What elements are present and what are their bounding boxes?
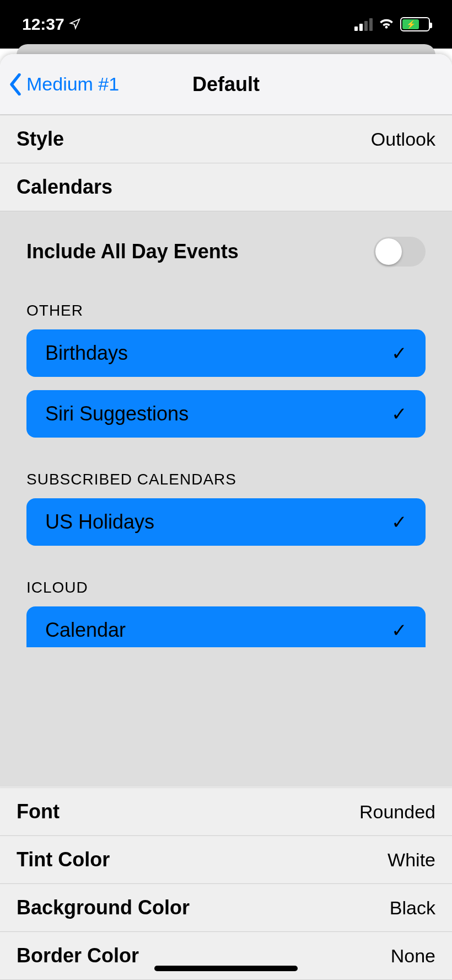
- settings-sheet: Medium #1 Default Style Outlook Calendar…: [0, 54, 452, 980]
- section-header-other: OTHER: [0, 282, 452, 329]
- wifi-icon: [378, 15, 395, 34]
- back-label: Medium #1: [26, 73, 119, 95]
- border-value: None: [391, 945, 435, 967]
- calendar-item-birthdays[interactable]: Birthdays ✓: [26, 329, 426, 377]
- font-label: Font: [17, 800, 60, 823]
- border-label: Border Color: [17, 944, 139, 967]
- status-time: 12:37: [22, 15, 64, 34]
- status-left: 12:37: [22, 15, 81, 34]
- cellular-icon: [354, 18, 373, 31]
- home-indicator[interactable]: [154, 966, 298, 971]
- section-header-icloud: ICLOUD: [0, 559, 452, 606]
- font-row[interactable]: Font Rounded: [0, 787, 452, 836]
- calendars-label: Calendars: [17, 175, 112, 198]
- charging-icon: ⚡: [406, 20, 416, 29]
- section-header-subscribed: SUBSCRIBED CALENDARS: [0, 451, 452, 498]
- calendar-item-label: Birthdays: [45, 342, 128, 365]
- back-button[interactable]: Medium #1: [0, 73, 119, 95]
- allday-toggle[interactable]: [374, 237, 426, 267]
- style-value: Outlook: [371, 129, 435, 150]
- background-color-row[interactable]: Background Color Black: [0, 883, 452, 932]
- toggle-knob: [375, 238, 402, 265]
- bg-label: Background Color: [17, 896, 190, 919]
- tint-label: Tint Color: [17, 848, 110, 871]
- location-icon: [69, 15, 81, 34]
- page-title: Default: [192, 73, 260, 96]
- status-right: ⚡: [354, 15, 430, 34]
- tint-color-row[interactable]: Tint Color White: [0, 835, 452, 884]
- battery-icon: ⚡: [400, 17, 430, 31]
- bottom-settings: Font Rounded Tint Color White Background…: [0, 787, 452, 980]
- style-row[interactable]: Style Outlook: [0, 115, 452, 163]
- tint-value: White: [388, 849, 435, 871]
- allday-label: Include All Day Events: [26, 240, 239, 263]
- chevron-left-icon: [8, 73, 23, 95]
- border-color-row[interactable]: Border Color None: [0, 931, 452, 980]
- calendars-header: Calendars: [0, 163, 452, 211]
- check-icon: ✓: [391, 511, 407, 533]
- font-value: Rounded: [359, 801, 435, 823]
- calendar-item-usholidays[interactable]: US Holidays ✓: [26, 498, 426, 546]
- calendar-item-calendar[interactable]: Calendar ✓: [26, 606, 426, 647]
- style-label: Style: [17, 127, 64, 151]
- calendar-item-siri[interactable]: Siri Suggestions ✓: [26, 390, 426, 438]
- nav-bar: Medium #1 Default: [0, 54, 452, 115]
- calendar-item-label: Siri Suggestions: [45, 402, 189, 425]
- check-icon: ✓: [391, 403, 407, 425]
- check-icon: ✓: [391, 619, 407, 641]
- calendar-item-label: US Holidays: [45, 510, 154, 534]
- check-icon: ✓: [391, 342, 407, 364]
- calendars-body[interactable]: Include All Day Events OTHER Birthdays ✓…: [0, 211, 452, 787]
- calendar-item-label: Calendar: [45, 619, 126, 642]
- status-bar: 12:37 ⚡: [0, 0, 452, 49]
- bg-value: Black: [390, 897, 435, 919]
- allday-row: Include All Day Events: [0, 211, 452, 282]
